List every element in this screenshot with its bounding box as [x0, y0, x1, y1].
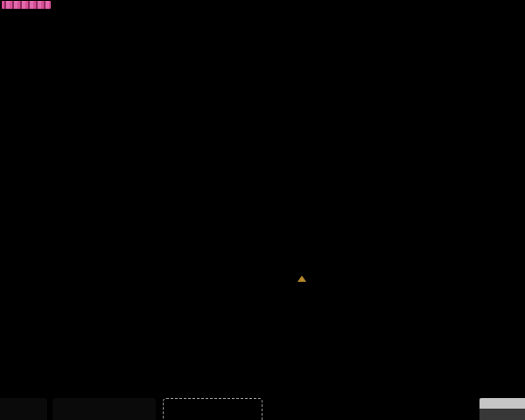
timebase-title: [480, 398, 525, 409]
hd-mode-badge[interactable]: [443, 398, 476, 410]
unreadable-pink-label: [2, 1, 51, 9]
waveform-grid-area[interactable]: [0, 0, 525, 299]
c2-channel-descriptor[interactable]: [52, 398, 156, 420]
add-trace-button[interactable]: [163, 398, 262, 420]
timebase-descriptor[interactable]: [480, 398, 525, 420]
trigger-time-marker-icon[interactable]: [298, 276, 306, 282]
descriptor-bar: [0, 397, 525, 420]
time-axis-labels: [0, 284, 525, 293]
c1-channel-descriptor[interactable]: [0, 398, 47, 420]
measurement-histicons[interactable]: [0, 376, 525, 397]
oscilloscope-screen: [0, 0, 525, 420]
